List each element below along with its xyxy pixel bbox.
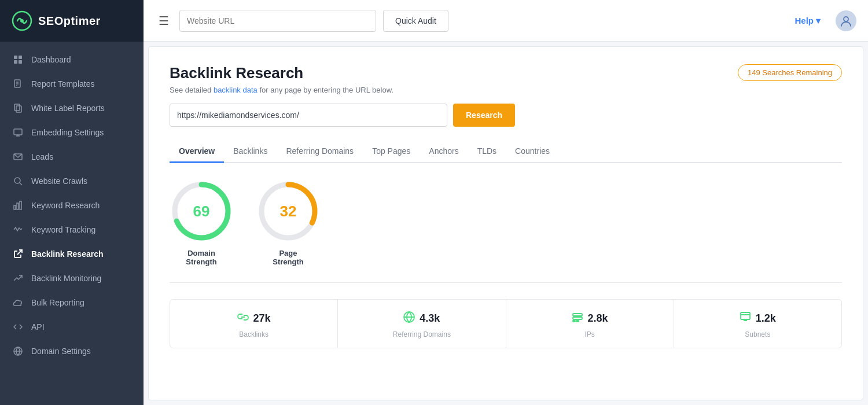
- sidebar-item-label: Leads: [31, 152, 53, 161]
- help-label: Help: [795, 16, 814, 25]
- sidebar-item-bulk-reporting[interactable]: Bulk Reporting: [0, 290, 144, 315]
- search-icon: [13, 176, 23, 186]
- domain-strength-value: 69: [193, 203, 210, 220]
- tab-referring-domains[interactable]: Referring Domains: [277, 141, 363, 163]
- stat-backlinks-value: 27k: [253, 312, 271, 325]
- sidebar-item-report-templates[interactable]: Report Templates: [0, 72, 144, 96]
- svg-rect-5: [19, 60, 22, 64]
- sidebar-item-leads[interactable]: Leads: [0, 145, 144, 169]
- sidebar-item-label: API: [31, 322, 45, 332]
- sidebar-logo: SEOptimer: [0, 0, 144, 42]
- sidebar-item-backlink-monitoring[interactable]: Backlink Monitoring: [0, 266, 144, 290]
- stats-row: 27k Backlinks 4.3k Referring Domains: [170, 299, 842, 348]
- backlinks-icon: [237, 311, 249, 326]
- ips-icon: [572, 311, 583, 326]
- sidebar-item-label: Website Crawls: [31, 176, 87, 186]
- sidebar-item-domain-settings[interactable]: Domain Settings: [0, 339, 144, 363]
- svg-rect-35: [576, 321, 579, 322]
- topbar: ☰ Quick Audit Help ▾: [144, 0, 868, 42]
- stat-referring-domains-label: Referring Domains: [393, 330, 451, 338]
- stat-ips: 2.8k IPs: [506, 300, 674, 348]
- sidebar: SEOptimer Dashboard Report Templates Whi…: [0, 0, 144, 405]
- sidebar-item-keyword-research[interactable]: Keyword Research: [0, 193, 144, 218]
- domain-strength-label: Domain Strength: [186, 249, 216, 266]
- tab-countries[interactable]: Countries: [506, 141, 559, 163]
- svg-rect-34: [573, 321, 575, 322]
- svg-rect-32: [573, 314, 582, 316]
- svg-line-21: [17, 250, 22, 255]
- subnets-icon: [740, 311, 751, 326]
- page-strength-circle: 32: [256, 179, 320, 243]
- svg-rect-4: [14, 60, 17, 64]
- sidebar-item-dashboard[interactable]: Dashboard: [0, 47, 144, 72]
- code-icon: [13, 322, 23, 332]
- tab-top-pages[interactable]: Top Pages: [363, 141, 420, 163]
- page-subtitle: See detailed backlink data for any page …: [170, 86, 393, 94]
- stat-referring-domains-value: 4.3k: [420, 312, 440, 325]
- svg-rect-33: [573, 317, 582, 319]
- svg-rect-11: [14, 104, 20, 111]
- url-input[interactable]: [170, 104, 447, 127]
- sidebar-item-label: Dashboard: [31, 55, 71, 64]
- globe-stat-icon: [403, 311, 415, 326]
- external-link-icon: [13, 249, 23, 259]
- cloud-icon: [13, 297, 23, 308]
- svg-point-16: [14, 178, 20, 183]
- sidebar-nav: Dashboard Report Templates White Label R…: [0, 42, 144, 405]
- page-strength-value: 32: [280, 203, 297, 220]
- activity-icon: [13, 224, 23, 235]
- monitor-icon: [13, 127, 23, 138]
- stat-ips-value: 2.8k: [588, 312, 608, 325]
- svg-rect-3: [19, 56, 22, 59]
- svg-rect-19: [17, 203, 19, 209]
- sidebar-item-backlink-research[interactable]: Backlink Research: [0, 242, 144, 266]
- svg-rect-20: [20, 201, 21, 209]
- sidebar-item-label: Bulk Reporting: [31, 298, 84, 307]
- backlink-data-link[interactable]: backlink data: [214, 86, 258, 94]
- stat-subnets-value: 1.2k: [756, 312, 776, 325]
- stat-subnets-label: Subnets: [745, 330, 770, 338]
- sidebar-item-label: Backlink Research: [31, 249, 104, 259]
- stat-referring-domains-icon-value: 4.3k: [403, 311, 440, 326]
- sidebar-item-white-label[interactable]: White Label Reports: [0, 96, 144, 120]
- tab-backlinks[interactable]: Backlinks: [224, 141, 277, 163]
- svg-rect-18: [14, 205, 16, 209]
- main-content: ☰ Quick Audit Help ▾ Backlink Research S…: [144, 0, 868, 405]
- sidebar-item-api[interactable]: API: [0, 315, 144, 339]
- sidebar-item-website-crawls[interactable]: Website Crawls: [0, 169, 144, 193]
- metrics-circles: 69 Domain Strength 32 Page: [170, 179, 842, 283]
- sidebar-item-embedding[interactable]: Embedding Settings: [0, 120, 144, 145]
- sidebar-item-label: Keyword Research: [31, 201, 100, 210]
- svg-rect-36: [741, 312, 750, 319]
- mail-icon: [13, 152, 23, 162]
- page-strength-metric: 32 Page Strength: [256, 179, 320, 266]
- page-content: Backlink Research See detailed backlink …: [148, 46, 863, 400]
- content-header: Backlink Research See detailed backlink …: [170, 64, 842, 94]
- domain-strength-circle: 69: [170, 179, 233, 243]
- svg-rect-10: [16, 106, 21, 112]
- stat-ips-icon-value: 2.8k: [572, 311, 608, 326]
- stat-backlinks-icon-value: 27k: [237, 311, 271, 326]
- copy-icon: [13, 103, 23, 113]
- topbar-url-input[interactable]: [179, 10, 376, 32]
- globe-icon: [13, 346, 23, 356]
- seoptimer-logo-icon: [12, 10, 32, 31]
- sidebar-item-label: Backlink Monitoring: [31, 274, 101, 283]
- svg-rect-2: [14, 56, 17, 59]
- hamburger-menu[interactable]: ☰: [155, 10, 172, 31]
- sidebar-item-label: Report Templates: [31, 79, 94, 89]
- user-avatar[interactable]: [836, 10, 856, 31]
- svg-point-1: [20, 19, 24, 23]
- sidebar-item-keyword-tracking[interactable]: Keyword Tracking: [0, 218, 144, 242]
- research-button[interactable]: Research: [453, 104, 515, 127]
- help-menu[interactable]: Help ▾: [795, 16, 821, 26]
- tab-overview[interactable]: Overview: [170, 141, 224, 163]
- chevron-down-icon: ▾: [816, 16, 821, 26]
- tab-anchors[interactable]: Anchors: [420, 141, 468, 163]
- stat-backlinks: 27k Backlinks: [170, 300, 338, 348]
- sidebar-item-label: Embedding Settings: [31, 128, 104, 137]
- svg-line-17: [20, 183, 22, 185]
- quick-audit-button[interactable]: Quick Audit: [383, 10, 448, 32]
- stat-referring-domains: 4.3k Referring Domains: [338, 300, 506, 348]
- tab-tlds[interactable]: TLDs: [468, 141, 506, 163]
